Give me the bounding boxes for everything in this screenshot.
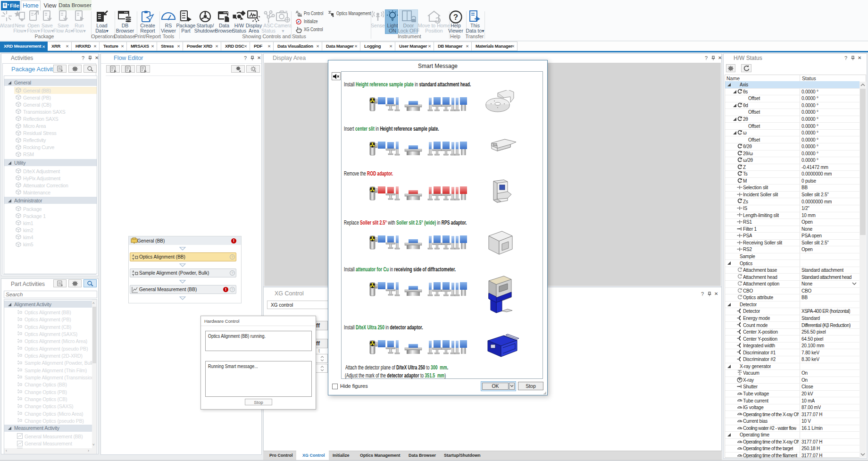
svg-text:?: ?: [453, 13, 458, 22]
